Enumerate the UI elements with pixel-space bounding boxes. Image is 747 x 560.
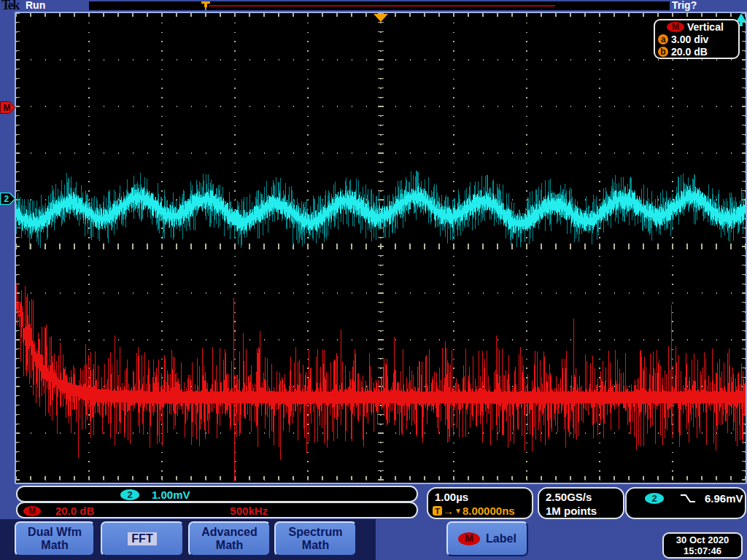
math-label-button[interactable]: M Label — [446, 521, 528, 556]
math-reference-marker[interactable]: M — [0, 101, 16, 114]
math-vertical-readout: M Vertical a 3.00 div b 20.0 dB — [654, 19, 740, 59]
waveform-record-view — [89, 1, 670, 10]
math-scale-value: 20.0 dB — [55, 505, 94, 517]
channel2-scale-readout: 2 1.00mV — [16, 486, 418, 502]
vertical-scale-db: 20.0 dB — [671, 46, 708, 58]
top-bar: Tek Run Trig? — [0, 0, 747, 12]
math-badge: M — [667, 22, 684, 32]
channel2-badge: 2 — [120, 489, 139, 500]
record-extent-line — [209, 5, 555, 7]
label-button-text: Label — [486, 532, 516, 545]
trigger-readout: 2 6.96mV — [625, 487, 746, 519]
trigger-marker-icon: ▼ — [454, 507, 462, 515]
datetime-display: 30 Oct 2020 15:07:46 — [662, 532, 743, 559]
arrow-right-icon: → — [443, 505, 454, 517]
dual-wfm-math-button[interactable]: Dual Wfm Math — [15, 521, 95, 556]
knob-a-icon: a — [658, 34, 668, 44]
button-label-line1: Dual Wfm — [28, 526, 82, 539]
sample-rate-value: 2.50GS/s — [546, 491, 592, 503]
button-label-line2: Math — [216, 539, 243, 552]
trigger-status: Trig? — [672, 0, 697, 11]
vertical-scale-divisions: 3.00 div — [671, 34, 708, 45]
button-label-line2: Math — [41, 539, 68, 552]
fft-button[interactable]: FFT — [101, 521, 184, 556]
button-label-selected: FFT — [128, 532, 156, 545]
trigger-level-value: 6.96mV — [705, 492, 743, 505]
channel2-position-marker[interactable]: 2 — [0, 192, 16, 205]
math-span-value: 500kHz — [230, 505, 268, 517]
trigger-source-badge: 2 — [645, 493, 664, 504]
vertical-readout-title: Vertical — [687, 21, 724, 33]
math-badge: M — [458, 532, 480, 545]
acquisition-status: Run — [26, 0, 45, 11]
math-marker-label: M — [4, 103, 11, 113]
channel2-marker-label: 2 — [4, 194, 9, 204]
channel2-scale-value: 1.00mV — [152, 489, 190, 501]
knob-b-icon: b — [658, 47, 668, 57]
button-label-line2: Math — [302, 539, 329, 552]
acquisition-readout: 2.50GS/s 1M points — [538, 487, 624, 519]
falling-edge-icon — [680, 493, 696, 504]
horizontal-readout: 1.00µs T → ▼ 8.00000ns — [427, 487, 533, 519]
spectrum-math-button[interactable]: Spectrum Math — [274, 521, 357, 556]
advanced-math-button[interactable]: Advanced Math — [188, 521, 271, 556]
button-label-line1: Spectrum — [289, 526, 343, 539]
math-badge: M — [23, 506, 41, 516]
trigger-t-icon: T — [433, 506, 442, 516]
time-value: 15:07:46 — [684, 545, 721, 556]
button-label-line1: Advanced — [201, 526, 257, 539]
graticule-and-waveforms — [16, 13, 746, 483]
record-length-value: 1M points — [546, 505, 597, 517]
trigger-delay-value: 8.00000ns — [462, 505, 515, 517]
date-value: 30 Oct 2020 — [676, 534, 729, 545]
trigger-position-marker[interactable] — [374, 14, 388, 22]
math-scale-readout: M 20.0 dB 500kHz — [16, 502, 418, 518]
time-per-div: 1.00µs — [435, 491, 468, 503]
record-trigger-t-icon-stem — [204, 4, 207, 7]
